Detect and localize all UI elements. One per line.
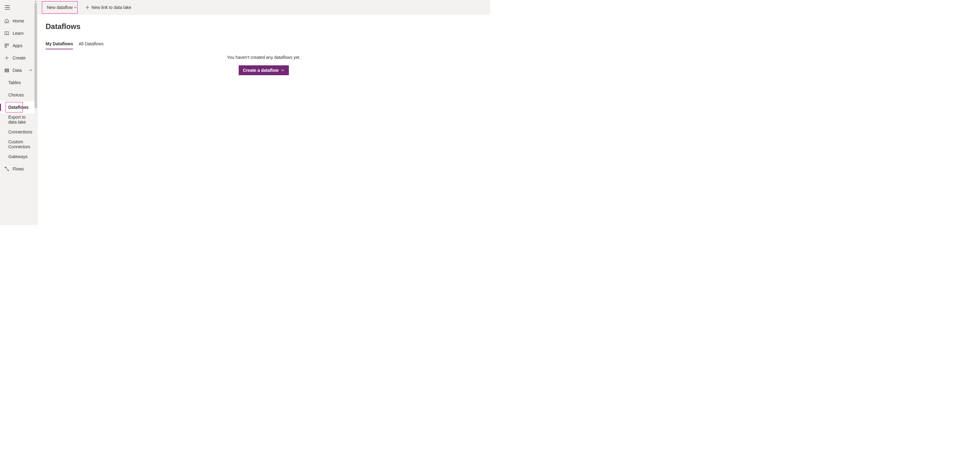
scroll-up-icon: ▲ — [35, 0, 37, 2]
sidebar-item-label: Choices — [8, 93, 24, 97]
chevron-up-icon — [29, 68, 33, 72]
new-link-data-lake-button[interactable]: New link to data lake — [83, 2, 134, 13]
sidebar-item-flows[interactable]: Flows — [0, 163, 35, 175]
sidebar-item-label: Apps — [13, 43, 22, 48]
sidebar-item-label: Data — [13, 68, 22, 73]
sidebar-item-apps[interactable]: Apps — [0, 40, 35, 52]
hamburger-icon — [5, 5, 10, 10]
flows-icon — [4, 166, 9, 171]
sidebar-item-tables[interactable]: Tables — [0, 77, 35, 89]
home-icon — [4, 19, 9, 24]
sidebar-item-gateways[interactable]: Gateways — [0, 150, 35, 163]
sidebar-item-label: Export to data lake — [8, 115, 35, 124]
empty-state-text: You haven't created any dataflows yet. — [46, 55, 482, 60]
sidebar-item-custom-connectors[interactable]: Custom Connectors — [0, 138, 35, 150]
sidebar-item-create[interactable]: Create — [0, 52, 35, 64]
apps-icon — [4, 43, 9, 48]
sidebar-item-label: Tables — [8, 80, 21, 85]
data-icon — [4, 68, 9, 73]
sidebar-item-home[interactable]: Home — [0, 15, 35, 27]
scrollbar-thumb[interactable] — [35, 3, 37, 108]
new-dataflow-label: New dataflow — [47, 5, 73, 10]
sidebar-item-label: Connections — [8, 129, 32, 134]
sidebar: Home Learn Apps — [0, 1, 35, 225]
sidebar-item-data[interactable]: Data — [0, 64, 35, 77]
svg-point-1 — [8, 170, 9, 171]
active-indicator — [0, 104, 1, 111]
sidebar-item-label: Dataflows — [8, 105, 29, 110]
create-dataflow-button[interactable]: Create a dataflow — [239, 65, 289, 75]
sidebar-item-learn[interactable]: Learn — [0, 27, 35, 40]
sidebar-item-dataflows[interactable]: Dataflows — [0, 101, 35, 113]
sidebar-item-label: Custom Connectors — [8, 139, 35, 149]
sidebar-item-label: Home — [13, 19, 24, 24]
command-bar: New dataflow New link to data lake — [38, 0, 490, 15]
book-icon — [4, 31, 9, 36]
chevron-down-icon — [281, 69, 285, 72]
new-link-label: New link to data lake — [91, 5, 131, 10]
sidebar-item-label: Gateways — [8, 154, 27, 159]
sidebar-item-choices[interactable]: Choices — [0, 89, 35, 101]
tabs: My Dataflows All Dataflows — [46, 41, 482, 49]
tab-all-dataflows[interactable]: All Dataflows — [78, 41, 103, 49]
sidebar-item-connections[interactable]: Connections — [0, 126, 35, 138]
tab-my-dataflows[interactable]: My Dataflows — [46, 41, 73, 49]
create-dataflow-label: Create a dataflow — [243, 68, 279, 73]
sidebar-item-label: Flows — [13, 166, 24, 171]
page-title: Dataflows — [46, 22, 482, 31]
new-dataflow-button[interactable]: New dataflow — [45, 2, 80, 13]
empty-state: You haven't created any dataflows yet. C… — [46, 55, 482, 75]
plus-icon — [85, 5, 90, 10]
sidebar-item-export-data-lake[interactable]: Export to data lake — [0, 113, 35, 126]
plus-icon — [4, 56, 9, 61]
chevron-down-icon — [73, 6, 77, 9]
sidebar-item-label: Learn — [13, 31, 24, 36]
sidebar-scrollbar[interactable]: ▲ — [35, 0, 37, 225]
hamburger-button[interactable] — [1, 1, 14, 14]
sidebar-item-label: Create — [13, 56, 25, 61]
